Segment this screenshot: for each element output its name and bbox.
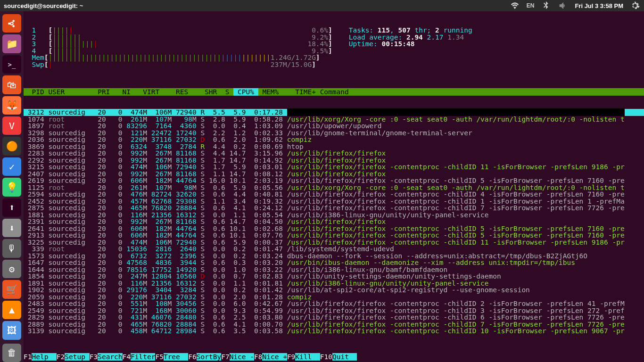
- process-row[interactable]: 2875 sourcedig 20 0 465M 76820 28884 S 0…: [24, 205, 644, 212]
- process-row[interactable]: 3298 sourcedig 20 0 121M 22472 17240 S 2…: [24, 130, 644, 137]
- process-row[interactable]: 1881 sourcedig 20 0 116M 21356 16312 S 0…: [24, 212, 644, 219]
- language-indicator[interactable]: EN: [527, 2, 535, 9]
- process-row[interactable]: 2452 sourcedig 20 0 457M 62768 29308 S 1…: [24, 198, 644, 205]
- process-row[interactable]: 2292 sourcedig 20 0 992M 267M 81168 S 1.…: [24, 157, 644, 164]
- process-row[interactable]: 1902 sourcedig 20 0 29176 3404 3284 S 0.…: [24, 287, 644, 294]
- process-row[interactable]: 339 root 20 0 15036 2816 2640 S 0.0 0.2 …: [24, 246, 644, 253]
- process-row[interactable]: 1897 root 20 0 83296 7164 4360 S 0.0 0.4…: [24, 123, 644, 130]
- process-row[interactable]: 2483 sourcedig 20 0 551M 108M 30456 S 0.…: [24, 300, 644, 307]
- sublime-icon[interactable]: 🟠: [2, 137, 21, 155]
- vlc-icon[interactable]: ▲: [2, 301, 21, 319]
- bluetooth-icon[interactable]: [541, 0, 551, 11]
- todo-icon[interactable]: ✓: [2, 157, 21, 176]
- process-row[interactable]: 3139 sourcedig 20 0 458M 64712 28984 S 0…: [24, 328, 644, 335]
- process-row[interactable]: 2641 sourcedig 20 0 606M 182M 44764 S 0.…: [24, 225, 644, 232]
- updater-icon[interactable]: ⬆: [2, 198, 21, 217]
- process-row[interactable]: 1891 sourcedig 20 0 116M 21356 16312 S 0…: [24, 280, 644, 287]
- process-row[interactable]: 2391 sourcedig 20 0 992M 267M 81168 S 0.…: [24, 218, 644, 225]
- svg-point-2: [12, 25, 15, 27]
- process-row[interactable]: 2913 sourcedig 20 0 606M 182M 44764 S 0.…: [24, 232, 644, 239]
- process-row[interactable]: 1573 sourcedig 20 0 6732 3272 2396 S 0.0…: [24, 253, 644, 260]
- process-row[interactable]: 2619 sourcedig 20 0 606M 182M 44764 S 16…: [24, 177, 644, 184]
- screenshot-icon[interactable]: 🖼: [2, 321, 21, 339]
- wifi-icon[interactable]: [510, 0, 520, 11]
- process-row[interactable]: 1854 sourcedig 20 0 247M 12804 10560 D 0…: [24, 273, 644, 280]
- process-row[interactable]: 2036 sourcedig 20 0 220M 37116 27032 D 0…: [24, 136, 644, 143]
- clock[interactable]: Fri Jul 3 3:58 PM: [575, 2, 623, 9]
- process-row[interactable]: 3215 sourcedig 20 0 474M 106M 72940 S 1.…: [24, 164, 644, 171]
- process-row[interactable]: 2059 sourcedig 20 0 220M 37116 27032 S 0…: [24, 294, 644, 301]
- window-title: sourcedigit@sourcedigit: ~: [4, 2, 83, 9]
- svg-point-0: [8, 22, 10, 25]
- svg-point-1: [12, 20, 15, 22]
- settings-icon[interactable]: ⚙: [2, 260, 21, 278]
- terminal-viewport[interactable]: 1 [||||| 0.6%] Tasks: 115, 507 thr; 2 ru…: [24, 11, 644, 362]
- process-row[interactable]: 2407 sourcedig 20 0 992M 267M 81168 S 1.…: [24, 171, 644, 178]
- top-panel: sourcedigit@sourcedigit: ~ EN Fri Jul 3 …: [0, 0, 644, 11]
- process-row[interactable]: 3212 sourcedig 20 0 474M 106M 72940 R 5.…: [24, 109, 644, 116]
- process-row[interactable]: 1644 sourcedig 20 0 78516 17752 14920 S …: [24, 266, 644, 273]
- session-cog-icon[interactable]: [630, 0, 640, 11]
- store-icon[interactable]: 🛒: [2, 280, 21, 298]
- trash-icon[interactable]: 🗑: [2, 344, 21, 362]
- process-row[interactable]: 2829 sourcedig 20 0 431M 46076 28480 S 0…: [24, 314, 644, 321]
- download-icon[interactable]: ⬇: [2, 219, 21, 237]
- volume-icon[interactable]: [558, 0, 568, 11]
- vivaldi-icon[interactable]: V: [2, 116, 21, 135]
- files-icon[interactable]: 📁: [2, 34, 21, 53]
- unity-launcher: 📁 >_ 🛍 🦊 V 🟠 ✓ 💡 ⬆ ⬇ 🎙 ⚙ 🛒 ▲ 🖼 🗑: [0, 11, 24, 362]
- process-row[interactable]: 2283 sourcedig 20 0 992M 267M 81168 S 4.…: [24, 150, 644, 157]
- process-row[interactable]: 1125 root 20 0 261M 107M 98M S 0.6 5.9 0…: [24, 184, 644, 191]
- terminal-icon[interactable]: >_: [2, 55, 21, 74]
- svg-point-3: [10, 22, 13, 25]
- dash-icon[interactable]: [2, 14, 21, 33]
- software-icon[interactable]: 🛍: [2, 75, 21, 94]
- process-row[interactable]: 1647 sourcedig 20 0 47568 4836 3944 S 0.…: [24, 259, 644, 266]
- process-row[interactable]: 2594 sourcedig 20 0 476M 82724 32620 S 0…: [24, 191, 644, 198]
- firefox-icon[interactable]: 🦊: [2, 96, 21, 115]
- htop-footer: F1Help F2Setup F3SearchF4FilterF5Tree F6…: [24, 354, 644, 361]
- process-row[interactable]: 1074 root 20 0 261M 107M 98M S 2.8 5.9 0…: [24, 116, 644, 123]
- column-header[interactable]: PID USER PRI NI VIRT RES SHR S CPU% MEM%…: [24, 89, 644, 96]
- process-row[interactable]: 3225 sourcedig 20 0 474M 106M 72940 S 0.…: [24, 239, 644, 246]
- process-row[interactable]: 2889 sourcedig 20 0 465M 76820 28884 S 0…: [24, 321, 644, 328]
- process-row[interactable]: 3869 sourcedig 20 0 6324 3748 2784 R 4.4…: [24, 143, 644, 150]
- tips-icon[interactable]: 💡: [2, 178, 21, 196]
- podcast-icon[interactable]: 🎙: [2, 239, 21, 257]
- process-row[interactable]: 2549 sourcedig 20 0 721M 168M 30060 S 0.…: [24, 307, 644, 314]
